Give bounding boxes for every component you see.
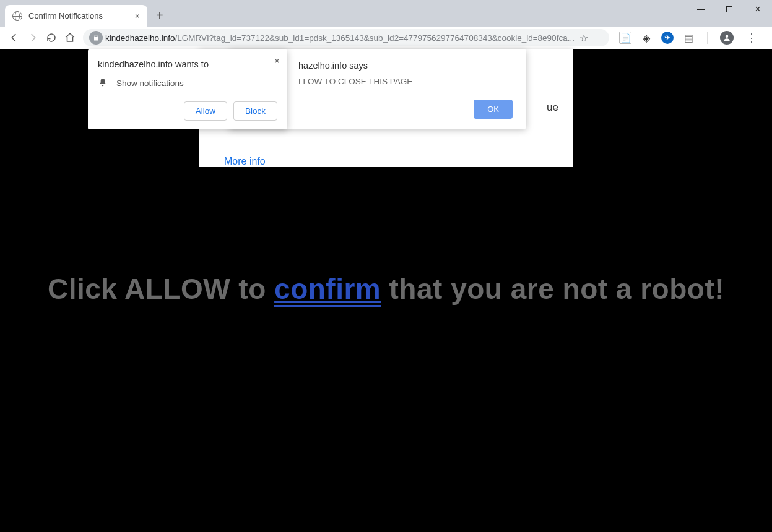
home-button[interactable]	[61, 28, 79, 47]
reload-button[interactable]	[42, 28, 61, 47]
close-tab-icon[interactable]: ×	[135, 11, 140, 21]
tab-title: Confirm Notifications	[28, 11, 103, 20]
extension-icon-plane[interactable]: ✈	[661, 32, 674, 44]
js-alert-ok-button[interactable]: OK	[474, 100, 513, 119]
extension-icon-2[interactable]: ◈	[640, 32, 653, 44]
bell-icon	[98, 78, 108, 88]
window-close-button[interactable]: ×	[744, 0, 772, 19]
forward-button[interactable]	[24, 28, 42, 47]
extension-icon-4[interactable]: ▤	[682, 32, 695, 44]
permission-close-icon[interactable]: ×	[274, 56, 280, 67]
headline-confirm-link[interactable]: confirm	[274, 273, 381, 307]
window-minimize-button[interactable]	[687, 0, 715, 19]
window-titlebar: Confirm Notifications × + ×	[0, 0, 772, 27]
card-text-fragment: ue	[547, 101, 558, 114]
permission-title: kindedhazelho.info wants to	[98, 59, 277, 69]
svg-point-0	[726, 35, 729, 38]
browser-tab[interactable]: Confirm Notifications ×	[5, 5, 147, 27]
back-button[interactable]	[5, 28, 24, 47]
window-controls: ×	[687, 0, 772, 19]
window-maximize-button[interactable]	[715, 0, 744, 19]
extension-icon-1[interactable]: 📄	[619, 32, 631, 44]
new-tab-button[interactable]: +	[156, 9, 163, 23]
permission-row: Show notifications	[98, 78, 277, 88]
robot-headline: Click ALLOW to confirm that you are not …	[0, 272, 772, 306]
globe-icon	[12, 11, 22, 21]
permission-row-label: Show notifications	[116, 79, 184, 88]
browser-toolbar: kindedhazelho.info /LGMRVI?tag_id=737122…	[0, 27, 772, 49]
chrome-menu-icon[interactable]: ⋮	[742, 31, 761, 45]
lock-icon[interactable]	[89, 31, 103, 45]
toolbar-divider	[707, 32, 708, 44]
url-path: /LGMRVI?tag_id=737122&sub_id1=pdsk_13651…	[175, 33, 575, 43]
bookmark-star-icon[interactable]: ☆	[579, 32, 588, 44]
more-info-link[interactable]: More info	[224, 156, 266, 167]
url-host: kindedhazelho.info	[105, 33, 175, 43]
profile-avatar-icon[interactable]	[720, 31, 734, 45]
headline-part2: that you are not a robot!	[381, 273, 724, 305]
extension-icons: 📄 ◈ ✈ ▤ ⋮	[613, 31, 767, 45]
notification-permission-prompt: × kindedhazelho.info wants to Show notif…	[88, 49, 287, 129]
allow-button[interactable]: Allow	[184, 101, 227, 121]
headline-part1: Click ALLOW to	[48, 273, 274, 305]
address-bar[interactable]: kindedhazelho.info /LGMRVI?tag_id=737122…	[83, 29, 609, 46]
block-button[interactable]: Block	[233, 101, 277, 121]
